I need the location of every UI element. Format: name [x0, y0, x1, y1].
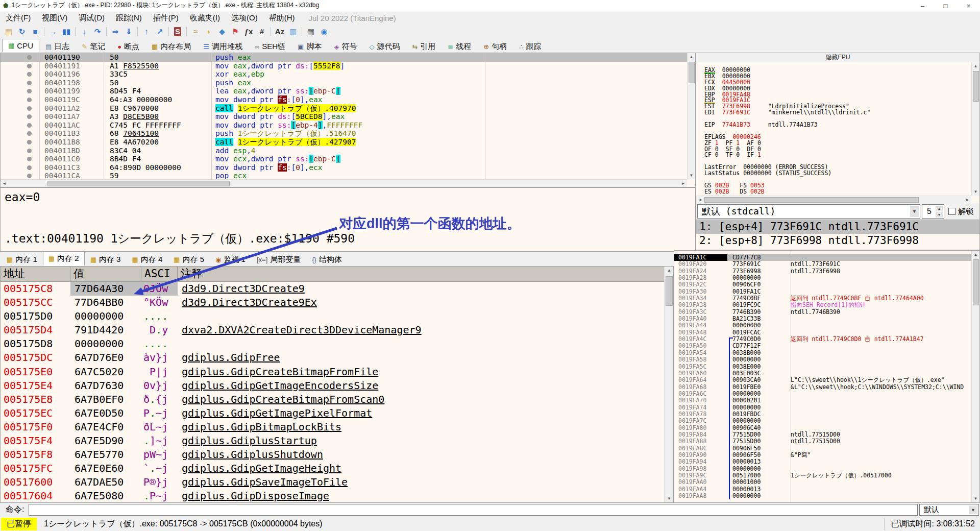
open-file-icon[interactable]: ▤: [2, 26, 15, 38]
memtab-watch-1[interactable]: ◉监视 1: [210, 253, 251, 266]
register-line[interactable]: CF 0 TF 0 IF 1: [704, 152, 971, 158]
arg-row[interactable]: 2: [esp+8] 773F6998 ntdll.773F6998: [696, 234, 979, 248]
stack-row[interactable]: 0019FA8C00906F50: [674, 445, 971, 452]
memory-row[interactable]: 005175E06A7C5020 P|jgdiplus.GdipCreateBi…: [1, 365, 664, 379]
stack-row[interactable]: 0019FA780019FBDC: [674, 411, 971, 418]
stack-row[interactable]: 0019FAA800000000: [674, 493, 971, 499]
arg-row[interactable]: 1: [esp+4] 773F691C ntdll.773F691C: [696, 220, 979, 234]
stack-row[interactable]: 0019FA9000906F50&"P寫": [674, 452, 971, 458]
stack-row[interactable]: 0019FA1CCD77F7CB: [674, 254, 971, 261]
hide-fpu-button[interactable]: 隐藏FPU: [696, 53, 979, 62]
globe-icon[interactable]: ◉: [317, 26, 331, 38]
stack-row[interactable]: 0019FA7C00000000: [674, 418, 971, 424]
breakpoint-dot-icon[interactable]: [27, 114, 32, 119]
memory-row[interactable]: 005175C877D64A300JÖwd3d9.Direct3DCreate9: [1, 282, 664, 296]
tab-references[interactable]: ⇆引用: [406, 40, 442, 53]
breakpoint-dot-icon[interactable]: [27, 149, 32, 153]
run-icon[interactable]: →: [46, 26, 60, 38]
breakpoint-dot-icon[interactable]: [27, 131, 32, 136]
stack-vscrollbar[interactable]: ▲ ▼: [971, 251, 979, 502]
memory-col-header[interactable]: 值: [70, 267, 141, 281]
memory-col-header[interactable]: ASCI: [141, 267, 178, 281]
script-icon[interactable]: S: [171, 26, 184, 38]
functions-icon[interactable]: ƒx: [242, 26, 255, 38]
stack-row[interactable]: 0019FA347749C0BF返回到 ntdll.7749C0BF 自 ntd…: [674, 295, 971, 302]
stack-row[interactable]: 0019FA4400000000: [674, 322, 971, 329]
breakpoint-dot-icon[interactable]: [27, 81, 32, 85]
patches-icon[interactable]: ≈: [189, 26, 202, 38]
chevron-down-icon[interactable]: ▼: [910, 206, 919, 217]
memtab-dump-5[interactable]: ▦内存 5: [168, 253, 210, 266]
tab-source[interactable]: ◇源代码: [363, 40, 406, 53]
stack-row[interactable]: 0019FA8877515D00ntdll.77515D00: [674, 438, 971, 445]
breakpoint-dot-icon[interactable]: [27, 165, 32, 170]
comments-icon[interactable]: ◗: [202, 26, 215, 38]
tab-symbols[interactable]: ◈符号: [328, 40, 363, 53]
breakpoint-dot-icon[interactable]: [27, 106, 32, 111]
menu-favourites[interactable]: 收藏夹(I): [184, 11, 226, 25]
breakpoint-dot-icon[interactable]: [27, 64, 32, 68]
step-out-icon[interactable]: ↑: [140, 26, 153, 38]
menu-debug[interactable]: 调试(D): [73, 11, 110, 25]
execute-till-return-icon[interactable]: ⇒: [109, 26, 122, 38]
breakpoint-dot-icon[interactable]: [27, 140, 32, 144]
checkbox-box[interactable]: [948, 208, 955, 215]
menu-view[interactable]: 视图(V): [36, 11, 73, 25]
tab-breakpoints[interactable]: ●断点: [111, 40, 145, 53]
memory-row[interactable]: 005175F06A7E4CF0ðL~jgdiplus.GdipBitmapLo…: [1, 420, 664, 434]
calculator-icon[interactable]: ▦: [304, 26, 317, 38]
memory-row[interactable]: 005175DC6A7D76E0àv}jgdiplus.GdipFree: [1, 351, 664, 365]
stack-row[interactable]: 0019FAA000001000: [674, 479, 971, 486]
disassembly-vscrollbar[interactable]: ▲ ▼: [687, 53, 695, 179]
stop-icon[interactable]: ■: [29, 26, 42, 38]
run-to-user-code-icon[interactable]: ⇓: [122, 26, 135, 38]
breakpoint-dot-icon[interactable]: [27, 55, 32, 60]
stack-row[interactable]: 0019FA540038B000: [674, 350, 971, 356]
tab-log[interactable]: ▤日志: [39, 40, 76, 53]
memory-row[interactable]: 005175E86A7B0EF0ð.{jgdiplus.GdipCreateBi…: [1, 393, 664, 406]
memory-row[interactable]: 005175D4791D4420 D.ydxva2.DXVA2CreateDir…: [1, 323, 664, 337]
chevron-down-icon[interactable]: ▼: [969, 505, 977, 514]
stack-row[interactable]: 0019FA6C00000000: [674, 391, 971, 397]
stack-row[interactable]: 0019FA380019FC9C指向SEH_Record[1]的指针: [674, 302, 971, 308]
memory-row[interactable]: 005175FC6A7E0E60`.~jgdiplus.GdipGetImage…: [1, 462, 664, 475]
hash-icon[interactable]: #: [255, 26, 268, 38]
step-into-icon[interactable]: ↓: [78, 26, 91, 38]
menu-options[interactable]: 选项(O): [226, 11, 263, 25]
stack-row[interactable]: 0019FA40BA21C33B: [674, 316, 971, 322]
stack-row[interactable]: 0019FA20773F691Cntdll.773F691C: [674, 261, 971, 268]
tab-notes[interactable]: ✎笔记: [76, 40, 111, 53]
stack-row[interactable]: 0019FA6400903CA0L"C:\\sweet\\hook\\1シークレ…: [674, 377, 971, 383]
stack-row[interactable]: 0019FA7400000000: [674, 404, 971, 411]
tab-trace[interactable]: ∴跟踪: [513, 40, 547, 53]
stack-row[interactable]: 0019FA2800000000: [674, 275, 971, 281]
breakpoint-dot-icon[interactable]: [27, 157, 32, 161]
stack-row[interactable]: 0019FA8477515D00ntdll.77515D00: [674, 431, 971, 438]
menu-trace[interactable]: 跟踪(N): [110, 11, 148, 25]
memory-row[interactable]: 005176046A7E5080.P~jgdiplus.GdipDisposeI…: [1, 489, 664, 502]
stack-row[interactable]: 0019FA300019FA1C: [674, 288, 971, 295]
stack-row[interactable]: 0019FA9800000000: [674, 466, 971, 472]
menu-plugins[interactable]: 插件(P): [148, 11, 184, 25]
tab-call-stack[interactable]: ☰调用堆栈: [197, 40, 249, 53]
memtab-dump-4[interactable]: ▦内存 4: [126, 253, 168, 266]
tab-threads[interactable]: ≣线程: [442, 40, 477, 53]
memory-row[interactable]: 005175F46A7E5D90.]~jgdiplus.GdiplusStart…: [1, 434, 664, 448]
register-line[interactable]: ES 002B DS 002B: [704, 189, 971, 195]
register-line[interactable]: EDI 773F691C "minkernel\\ntdll\\ldrinit.…: [704, 110, 971, 116]
memory-dump-vscrollbar[interactable]: ▲ ▼: [664, 267, 673, 502]
stack-row[interactable]: 0019FA4C7749C0D0返回到 ntdll.7749C0D0 自 ntd…: [674, 336, 971, 343]
breakpoint-dot-icon[interactable]: [27, 89, 32, 93]
minimize-button[interactable]: –: [911, 0, 934, 11]
disassembly-hscrollbar[interactable]: ◄ ►: [1, 179, 687, 187]
memory-row[interactable]: 005175CC77D64BB0°KÖwd3d9.Direct3DCreate9…: [1, 296, 664, 309]
strings-icon[interactable]: Az: [273, 26, 286, 38]
tab-script[interactable]: ▣脚本: [291, 40, 328, 53]
stack-row[interactable]: 0019FA480019FCAC: [674, 329, 971, 336]
maximize-button[interactable]: □: [934, 0, 957, 11]
stack-row[interactable]: 0019FA2C00906CF0: [674, 281, 971, 288]
calling-convention-select[interactable]: 默认 (stdcall) ▼: [697, 204, 920, 219]
unlock-checkbox[interactable]: 解锁: [948, 207, 973, 216]
memory-row[interactable]: 005175E46A7D76300v}jgdiplus.GdipGetImage…: [1, 379, 664, 393]
memtab-dump-2[interactable]: ▦内存 2: [43, 252, 85, 266]
